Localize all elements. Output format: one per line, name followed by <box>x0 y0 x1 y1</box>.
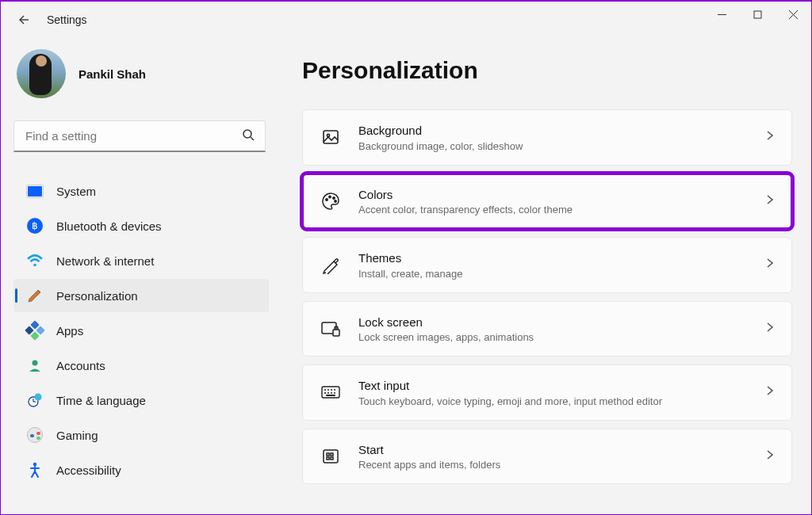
svg-point-18 <box>333 197 335 199</box>
chevron-right-icon <box>764 194 776 208</box>
system-icon <box>26 182 44 200</box>
background-icon <box>320 127 341 147</box>
lock-screen-icon <box>320 319 341 339</box>
sidebar-item-time-language[interactable]: Time & language <box>13 383 269 417</box>
sidebar-item-accessibility[interactable]: Accessibility <box>13 453 269 486</box>
card-title: Colors <box>358 187 573 203</box>
search-box[interactable] <box>13 120 266 152</box>
search-input[interactable] <box>13 120 266 152</box>
maximize-button[interactable] <box>740 2 776 27</box>
card-subtitle: Install, create, manage <box>358 268 463 280</box>
svg-rect-34 <box>331 453 333 456</box>
svg-rect-35 <box>327 457 329 460</box>
window-title: Settings <box>47 13 87 26</box>
user-tile[interactable]: Pankil Shah <box>13 49 269 98</box>
wifi-icon <box>26 252 44 269</box>
svg-rect-1 <box>754 11 761 18</box>
avatar <box>17 49 66 98</box>
sidebar-item-personalization[interactable]: Personalization <box>13 279 269 312</box>
chevron-right-icon <box>764 322 776 336</box>
accessibility-icon <box>26 461 44 479</box>
sidebar-item-label: Apps <box>56 324 83 338</box>
card-subtitle: Accent color, transparency effects, colo… <box>358 204 573 216</box>
chevron-right-icon <box>764 130 776 144</box>
colors-icon <box>320 191 341 212</box>
sidebar-item-label: Network & internet <box>56 254 154 268</box>
svg-point-5 <box>243 130 251 138</box>
card-title: Text input <box>358 378 662 394</box>
start-icon <box>320 446 341 467</box>
nav-list: System ฿ Bluetooth & devices Network & i… <box>13 174 269 486</box>
card-subtitle: Lock screen images, apps, animations <box>358 331 534 343</box>
sidebar-item-label: Time & language <box>56 394 146 407</box>
card-subtitle: Background image, color, slideshow <box>358 140 523 152</box>
sidebar-item-label: Accounts <box>56 359 105 372</box>
card-title: Lock screen <box>358 315 534 330</box>
card-subtitle: Touch keyboard, voice typing, emoji and … <box>358 395 662 407</box>
sidebar-item-bluetooth[interactable]: ฿ Bluetooth & devices <box>13 209 269 242</box>
sidebar-item-accounts[interactable]: Accounts <box>13 349 269 382</box>
titlebar: Settings <box>1 2 811 33</box>
card-colors[interactable]: Colors Accent color, transparency effect… <box>302 174 792 230</box>
card-lock-screen[interactable]: Lock screen Lock screen images, apps, an… <box>302 301 792 357</box>
chevron-right-icon <box>764 258 776 272</box>
svg-point-19 <box>335 200 336 202</box>
svg-rect-36 <box>331 457 333 460</box>
chevron-right-icon <box>764 385 776 399</box>
clock-globe-icon <box>26 391 44 409</box>
card-subtitle: Recent apps and items, folders <box>358 459 500 471</box>
card-themes[interactable]: Themes Install, create, manage <box>302 237 792 293</box>
sidebar-item-network[interactable]: Network & internet <box>13 244 269 277</box>
svg-rect-14 <box>324 131 338 143</box>
gaming-icon <box>26 426 44 444</box>
svg-point-13 <box>33 463 36 466</box>
svg-point-7 <box>33 264 36 267</box>
themes-icon <box>320 254 341 275</box>
sidebar-item-gaming[interactable]: Gaming <box>13 418 269 452</box>
sidebar-item-apps[interactable]: Apps <box>13 314 269 347</box>
sidebar-item-system[interactable]: System <box>13 174 269 208</box>
svg-rect-33 <box>327 453 329 456</box>
card-title: Background <box>358 123 523 139</box>
personalization-icon <box>26 287 44 304</box>
sidebar-item-label: Accessibility <box>56 464 121 477</box>
back-button[interactable] <box>17 13 31 27</box>
svg-rect-21 <box>333 330 339 336</box>
sidebar: Pankil Shah System ฿ Bluetooth & devices… <box>1 33 277 509</box>
sidebar-item-label: Personalization <box>56 289 138 303</box>
svg-line-6 <box>251 137 254 140</box>
card-background[interactable]: Background Background image, color, slid… <box>302 109 792 166</box>
card-text-input[interactable]: Text input Touch keyboard, voice typing,… <box>302 364 792 421</box>
page-title: Personalization <box>302 57 792 84</box>
sidebar-item-label: System <box>56 185 96 198</box>
svg-point-12 <box>35 394 42 401</box>
apps-icon <box>26 322 44 339</box>
accounts-icon <box>26 357 44 374</box>
svg-point-17 <box>329 196 331 197</box>
card-title: Themes <box>358 250 463 266</box>
user-name: Pankil Shah <box>79 67 146 81</box>
card-title: Start <box>358 442 500 458</box>
keyboard-icon <box>320 382 341 402</box>
settings-card-list: Background Background image, color, slid… <box>302 109 792 484</box>
bluetooth-icon: ฿ <box>26 217 44 235</box>
window-controls <box>704 2 811 27</box>
svg-point-8 <box>33 360 38 366</box>
svg-rect-32 <box>324 450 338 463</box>
card-start[interactable]: Start Recent apps and items, folders <box>302 429 792 485</box>
main-content: Personalization Background Background im… <box>277 33 811 509</box>
sidebar-item-label: Gaming <box>56 429 98 442</box>
svg-point-16 <box>326 199 327 200</box>
chevron-right-icon <box>764 449 776 464</box>
minimize-button[interactable] <box>704 2 740 27</box>
sidebar-item-label: Bluetooth & devices <box>56 219 162 233</box>
close-button[interactable] <box>776 2 811 27</box>
search-icon <box>242 128 255 144</box>
